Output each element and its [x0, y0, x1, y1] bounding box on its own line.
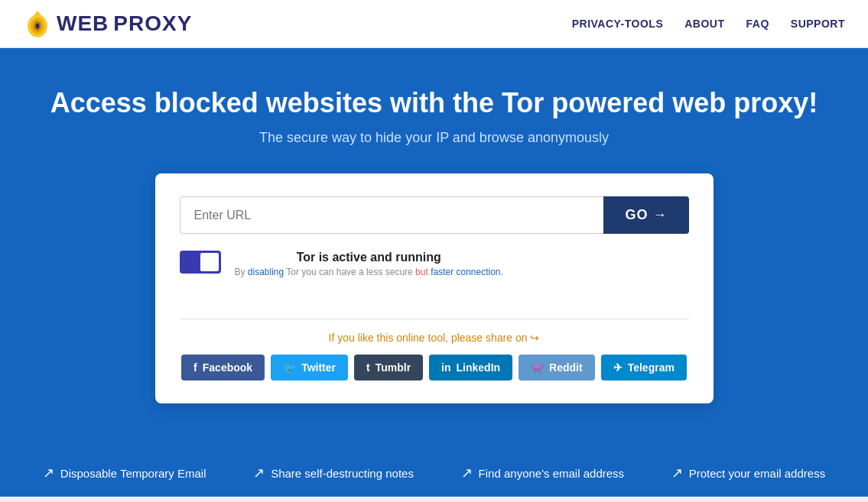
reddit-share-button[interactable]: 👾 Reddit [519, 355, 595, 381]
facebook-share-button[interactable]: f Facebook [181, 355, 265, 381]
tor-info: Tor is active and running By disabling T… [235, 251, 503, 305]
footer-link-protect-email[interactable]: ↗ Protect your email address [671, 465, 825, 481]
url-input[interactable] [180, 196, 604, 234]
hero-headline: Access blocked websites with the Tor pow… [15, 86, 853, 119]
footer-label-protect-email: Protect your email address [689, 467, 825, 480]
facebook-label: Facebook [203, 361, 252, 374]
external-link-icon-4: ↗ [671, 465, 683, 481]
footer-label-self-destructing: Share self-destructing notes [271, 467, 414, 480]
tumblr-label: Tumblr [375, 361, 411, 374]
proxy-box: GO → Tor is active and running By disabl… [155, 173, 714, 403]
logo-text-web: WEB [57, 11, 109, 36]
toggle-knob [200, 253, 219, 271]
footer-label-find-email: Find anyone's email address [479, 467, 624, 480]
divider [180, 319, 689, 319]
nav-faq[interactable]: FAQ [746, 18, 769, 30]
footer-link-self-destructing[interactable]: ↗ Share self-destructing notes [253, 465, 414, 481]
external-link-icon-1: ↗ [43, 465, 54, 481]
logo: WEB PROXY [23, 9, 192, 38]
reddit-label: Reddit [549, 361, 583, 374]
tor-description: By disabling Tor you can have a less sec… [235, 267, 503, 277]
linkedin-share-button[interactable]: in LinkedIn [429, 355, 512, 381]
tor-toggle[interactable] [180, 251, 221, 274]
tor-status-title: Tor is active and running [235, 251, 503, 264]
nav-privacy-tools[interactable]: PRIVACY-TOOLS [572, 18, 664, 30]
hero-section: Access blocked websites with the Tor pow… [0, 48, 868, 449]
reddit-icon: 👾 [531, 361, 544, 374]
onion-logo-icon [23, 9, 52, 38]
facebook-icon: f [193, 361, 197, 374]
share-arrow-icon: ↪ [530, 332, 539, 344]
main-nav: PRIVACY-TOOLS ABOUT FAQ SUPPORT [572, 18, 845, 30]
url-bar: GO → [180, 196, 689, 234]
linkedin-label: LinkedIn [457, 361, 501, 374]
go-button[interactable]: GO → [603, 196, 688, 234]
nav-about[interactable]: ABOUT [684, 18, 724, 30]
hero-subheadline: The secure way to hide your IP and brows… [15, 130, 853, 146]
footer-link-find-email[interactable]: ↗ Find anyone's email address [461, 465, 624, 481]
external-link-icon-2: ↗ [253, 465, 265, 481]
external-link-icon-3: ↗ [461, 465, 473, 481]
share-text: If you like this online tool, please sha… [180, 332, 689, 344]
telegram-share-button[interactable]: ✈ Telegram [601, 355, 687, 381]
logo-text-proxy: PROXY [113, 11, 192, 36]
tumblr-share-button[interactable]: t Tumblr [354, 355, 423, 381]
footer-link-disposable-email[interactable]: ↗ Disposable Temporary Email [43, 465, 206, 481]
nav-support[interactable]: SUPPORT [791, 18, 845, 30]
svg-point-4 [36, 24, 40, 29]
social-buttons: f Facebook 🐦 Twitter t Tumblr in LinkedI… [180, 355, 689, 381]
footer-label-disposable-email: Disposable Temporary Email [60, 467, 206, 480]
telegram-icon: ✈ [613, 361, 623, 374]
header: WEB PROXY PRIVACY-TOOLS ABOUT FAQ SUPPOR… [0, 0, 868, 48]
telegram-label: Telegram [628, 361, 675, 374]
footer-bar: ↗ Disposable Temporary Email ↗ Share sel… [0, 449, 868, 497]
linkedin-icon: in [441, 361, 450, 374]
tor-faster: faster connection. [431, 267, 503, 277]
twitter-share-button[interactable]: 🐦 Twitter [271, 355, 348, 381]
tor-but: but [415, 267, 428, 277]
twitter-label: Twitter [301, 361, 336, 374]
tor-disable-link[interactable]: disabling [248, 267, 284, 277]
twitter-icon: 🐦 [283, 361, 296, 374]
tumblr-icon: t [366, 361, 370, 374]
tor-row: Tor is active and running By disabling T… [180, 251, 689, 305]
